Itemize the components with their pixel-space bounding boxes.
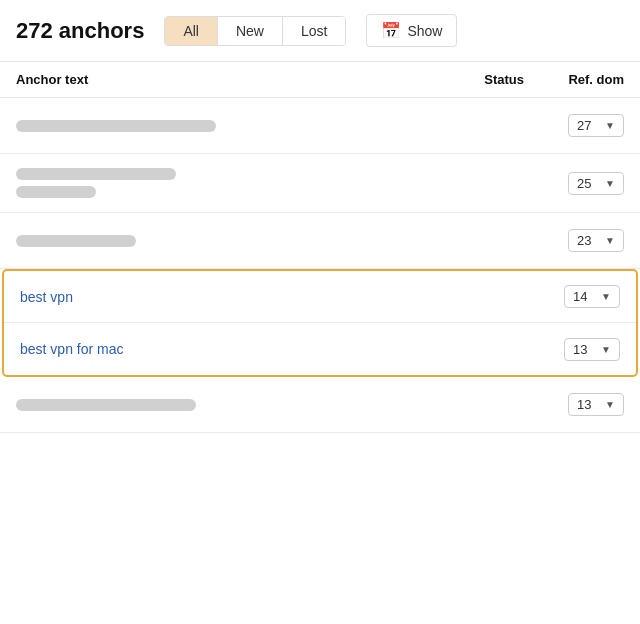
highlighted-group: best vpn 14 ▼ best vpn for mac 13 ▼ [2,269,638,377]
table-row: 27 ▼ [0,98,640,154]
table-header: Anchor text Status Ref. dom [0,62,640,98]
ref-dom-cell: 13 ▼ [524,393,624,416]
ref-dom-cell: 23 ▼ [524,229,624,252]
dropdown-arrow-icon: ▼ [605,178,615,189]
show-button[interactable]: 📅 Show [366,14,457,47]
tab-all[interactable]: All [165,17,218,45]
col-ref-dom: Ref. dom [524,72,624,87]
anchor-text-cell [16,385,404,425]
ref-dom-cell: 13 ▼ [520,338,620,361]
anchor-text-cell: best vpn [20,275,400,319]
anchor-text-cell [16,221,404,261]
ref-dom-dropdown[interactable]: 14 ▼ [564,285,620,308]
table-row: 25 ▼ [0,154,640,213]
ref-dom-value: 13 [573,342,587,357]
table-row: best vpn for mac 13 ▼ [4,323,636,375]
ref-dom-value: 27 [577,118,591,133]
ref-dom-cell: 27 ▼ [524,114,624,137]
blurred-text [16,120,216,132]
ref-dom-value: 14 [573,289,587,304]
table-row: 13 ▼ [0,377,640,433]
ref-dom-cell: 14 ▼ [520,285,620,308]
dropdown-arrow-icon: ▼ [601,344,611,355]
dropdown-arrow-icon: ▼ [605,399,615,410]
ref-dom-value: 13 [577,397,591,412]
ref-dom-dropdown[interactable]: 27 ▼ [568,114,624,137]
col-status: Status [404,72,524,87]
anchor-text-cell [16,106,404,146]
tab-new[interactable]: New [218,17,283,45]
blurred-text [16,235,136,247]
ref-dom-value: 23 [577,233,591,248]
table-body: 27 ▼ 25 ▼ 23 ▼ [0,98,640,433]
blurred-text [16,168,176,180]
dropdown-arrow-icon: ▼ [605,235,615,246]
anchors-count: 272 anchors [16,18,144,44]
anchor-link[interactable]: best vpn for mac [20,341,124,357]
tab-group: All New Lost [164,16,346,46]
calendar-icon: 📅 [381,21,401,40]
dropdown-arrow-icon: ▼ [601,291,611,302]
ref-dom-dropdown[interactable]: 25 ▼ [568,172,624,195]
tab-lost[interactable]: Lost [283,17,345,45]
table-row: best vpn 14 ▼ [4,271,636,323]
blurred-text [16,399,196,411]
ref-dom-value: 25 [577,176,591,191]
ref-dom-cell: 25 ▼ [524,172,624,195]
ref-dom-dropdown[interactable]: 23 ▼ [568,229,624,252]
col-anchor-text: Anchor text [16,72,404,87]
ref-dom-dropdown[interactable]: 13 ▼ [568,393,624,416]
anchor-link[interactable]: best vpn [20,289,73,305]
anchor-text-cell [16,154,404,212]
ref-dom-dropdown[interactable]: 13 ▼ [564,338,620,361]
anchor-text-cell: best vpn for mac [20,327,400,371]
dropdown-arrow-icon: ▼ [605,120,615,131]
page-header: 272 anchors All New Lost 📅 Show [0,0,640,62]
blurred-text-2 [16,186,96,198]
table-row: 23 ▼ [0,213,640,269]
